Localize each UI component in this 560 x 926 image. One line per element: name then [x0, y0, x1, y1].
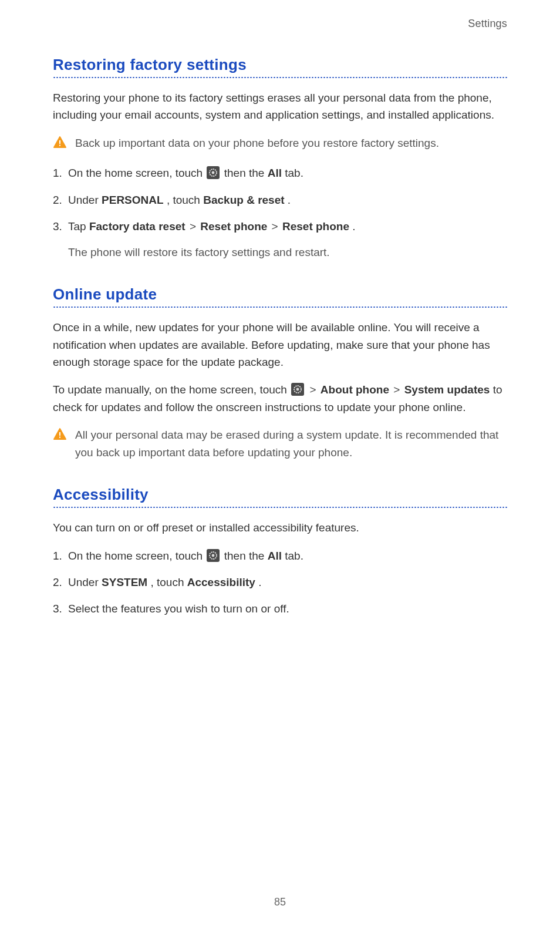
- text: , touch: [167, 194, 203, 206]
- restore-steps: On the home screen, touch then the All t…: [53, 164, 507, 261]
- access-steps: On the home screen, touch then the All t…: [53, 547, 507, 618]
- text: , touch: [150, 576, 187, 588]
- settings-icon: [291, 383, 304, 396]
- section-title-accessibility: Accessibility: [53, 486, 507, 504]
- label: About phone: [321, 383, 389, 396]
- running-header: Settings: [53, 18, 507, 30]
- divider: [53, 76, 507, 79]
- divider: [53, 306, 507, 308]
- warning-icon: [53, 136, 67, 149]
- text: Under: [68, 194, 102, 206]
- text: tab.: [285, 550, 303, 562]
- page-number: 85: [0, 896, 560, 908]
- text: then the: [224, 167, 268, 179]
- restore-warning-text: Back up important data on your phone bef…: [75, 134, 507, 151]
- text: To update manually, on the home screen, …: [53, 383, 290, 396]
- warning-icon: [53, 427, 67, 440]
- update-warning: All your personal data may be erased dur…: [53, 426, 507, 461]
- text: Tap: [68, 220, 89, 233]
- access-step-2: Under SYSTEM , touch Accessibility .: [53, 574, 507, 591]
- update-manual-line: To update manually, on the home screen, …: [53, 381, 507, 416]
- restore-step-1: On the home screen, touch then the All t…: [53, 164, 507, 181]
- restore-step-2: Under PERSONAL , touch Backup & reset .: [53, 191, 507, 208]
- chevron: >: [271, 220, 279, 233]
- chevron: >: [392, 383, 401, 396]
- divider: [53, 506, 507, 509]
- settings-icon: [207, 166, 220, 179]
- text: .: [352, 220, 355, 233]
- text: On the home screen, touch: [68, 550, 205, 562]
- label: Backup & reset: [203, 194, 284, 206]
- settings-icon: [207, 549, 220, 562]
- restore-step-3: Tap Factory data reset > Reset phone > R…: [53, 218, 507, 261]
- section-title-restore: Restoring factory settings: [53, 56, 507, 74]
- all-tab-label: All: [268, 550, 282, 562]
- text: Under: [68, 576, 102, 588]
- chevron: >: [188, 220, 197, 233]
- text: Select the features you wish to turn on …: [68, 602, 289, 615]
- label: SYSTEM: [102, 576, 147, 588]
- label: Reset phone: [282, 220, 349, 233]
- restore-warning: Back up important data on your phone bef…: [53, 134, 507, 151]
- text: .: [258, 576, 261, 588]
- label: Accessibility: [187, 576, 255, 588]
- text: On the home screen, touch: [68, 167, 205, 179]
- update-warning-text: All your personal data may be erased dur…: [75, 426, 507, 461]
- section-update: Online update Once in a while, new updat…: [53, 285, 507, 461]
- section-restore: Restoring factory settings Restoring you…: [53, 56, 507, 261]
- label: Factory data reset: [89, 220, 185, 233]
- page: Settings Restoring factory settings Rest…: [0, 0, 560, 926]
- access-step-1: On the home screen, touch then the All t…: [53, 547, 507, 564]
- chevron: >: [308, 383, 317, 396]
- text: then the: [224, 550, 268, 562]
- section-title-update: Online update: [53, 285, 507, 304]
- label: System updates: [404, 383, 490, 396]
- restore-intro: Restoring your phone to its factory sett…: [53, 89, 507, 124]
- update-intro: Once in a while, new updates for your ph…: [53, 319, 507, 371]
- all-tab-label: All: [268, 167, 282, 179]
- access-step-3: Select the features you wish to turn on …: [53, 600, 507, 617]
- label: PERSONAL: [102, 194, 164, 206]
- access-intro: You can turn on or off preset or install…: [53, 519, 507, 536]
- restore-step-3-sub: The phone will restore its factory setti…: [68, 244, 507, 261]
- text: .: [288, 194, 291, 206]
- text: tab.: [285, 167, 303, 179]
- section-accessibility: Accessibility You can turn on or off pre…: [53, 486, 507, 618]
- label: Reset phone: [200, 220, 267, 233]
